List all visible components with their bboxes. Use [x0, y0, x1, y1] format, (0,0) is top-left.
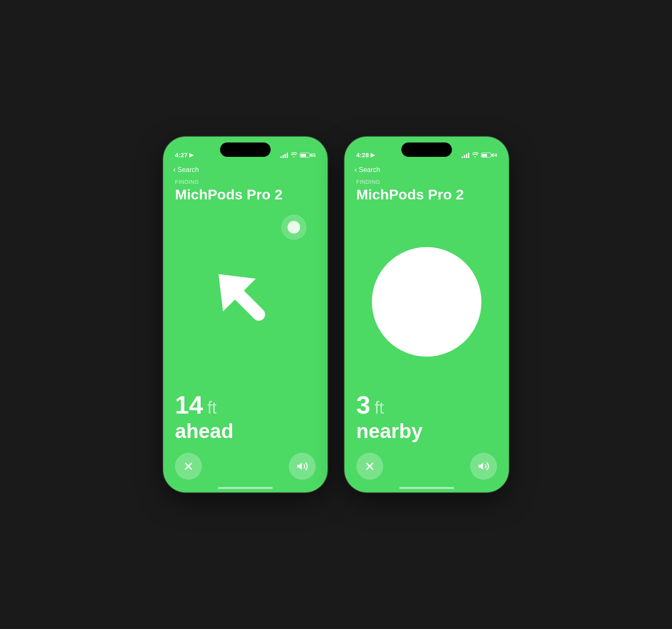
content-2: FINDING MichPods Pro 2 3 ft nearby [344, 179, 509, 492]
distance-row-2: 3 ft [356, 392, 497, 418]
distance-unit-2: ft [374, 398, 384, 417]
sound-button-1[interactable] [289, 453, 316, 480]
bottom-buttons-1 [175, 453, 316, 492]
finding-label-1: FINDING [175, 179, 316, 185]
device-title-1: MichPods Pro 2 [175, 187, 316, 202]
phone-1-frame: 4:27 ▶ 65 ‹ Search FINDING [163, 137, 328, 492]
battery-2: 64 [481, 153, 497, 158]
back-chevron-2: ‹ [355, 165, 357, 174]
back-chevron-1: ‹ [173, 165, 176, 174]
direction-area-2 [356, 211, 497, 392]
direction-text-1: ahead [175, 419, 316, 443]
time-1: 4:27 [175, 151, 188, 159]
direction-text-2: nearby [356, 419, 497, 443]
distance-number-2: 3 [356, 392, 370, 418]
status-left-1: 4:27 ▶ [175, 151, 194, 159]
proximity-circle-2 [372, 247, 481, 357]
back-label-2: Search [359, 166, 380, 174]
signal-icon-1 [280, 153, 288, 158]
time-2: 4:28 [356, 151, 369, 159]
home-indicator-2 [399, 487, 454, 489]
signal-icon-2 [462, 153, 469, 158]
location-icon-1: ▶ [189, 152, 194, 158]
distance-info-1: 14 ft ahead [175, 392, 316, 443]
sound-button-2[interactable] [470, 453, 497, 480]
direction-dot-1 [288, 221, 300, 234]
battery-1: 65 [300, 153, 316, 158]
location-icon-2: ▶ [371, 152, 375, 158]
content-1: FINDING MichPods Pro 2 [163, 179, 328, 492]
wifi-icon-1 [290, 152, 297, 159]
status-right-2: 64 [462, 152, 497, 159]
close-button-1[interactable] [175, 453, 202, 480]
dynamic-island-2 [401, 142, 452, 157]
distance-row-1: 14 ft [175, 392, 316, 418]
wifi-icon-2 [472, 152, 478, 159]
distance-info-2: 3 ft nearby [356, 392, 497, 443]
finding-label-2: FINDING [356, 179, 497, 185]
back-label-1: Search [177, 166, 199, 174]
device-title-2: MichPods Pro 2 [356, 187, 497, 202]
close-button-2[interactable] [356, 453, 383, 480]
home-indicator-1 [218, 487, 273, 489]
status-left-2: 4:28 ▶ [356, 151, 375, 159]
status-right-1: 65 [280, 152, 316, 159]
bottom-buttons-2 [356, 453, 497, 492]
direction-arrow-1 [203, 255, 288, 347]
phone-2-frame: 4:28 ▶ 64 ‹ Search FINDING [344, 137, 509, 492]
nav-back-1[interactable]: ‹ Search [173, 165, 199, 174]
arrow-indicator-1 [203, 255, 288, 349]
dynamic-island-1 [220, 142, 271, 157]
distance-number-1: 14 [175, 392, 203, 418]
nav-back-2[interactable]: ‹ Search [355, 165, 380, 174]
distance-unit-1: ft [207, 398, 217, 417]
direction-area-1 [175, 211, 316, 392]
